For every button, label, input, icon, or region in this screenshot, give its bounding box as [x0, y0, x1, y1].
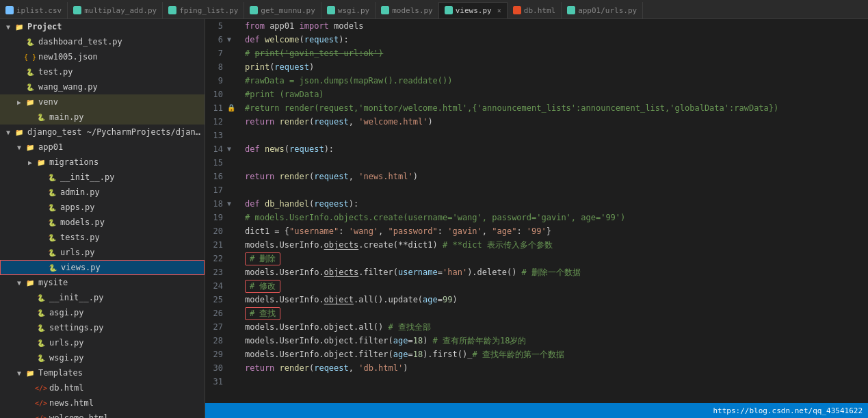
line-row-14: 14 ▼: [205, 142, 239, 156]
sidebar-item-app01[interactable]: ▼ 📁 app01: [0, 140, 205, 155]
sidebar-item-urls-app01[interactable]: ▶ 🐍 urls.py: [0, 245, 205, 260]
tab-app01-urls[interactable]: app01/urls.py: [562, 2, 643, 18]
sidebar-item-db-html[interactable]: ▶ </> db.html: [0, 380, 205, 395]
sidebar-item-test[interactable]: ▶ 🐍 test.py: [0, 64, 205, 79]
tab-label: models.py: [392, 6, 433, 15]
code-line-11: #return render(request,'monitor/welcome.…: [245, 101, 868, 115]
sidebar-item-admin[interactable]: ▶ 🐍 admin.py: [0, 185, 205, 200]
gutter-14: ▼: [227, 142, 239, 156]
tab-label: iplist.csv: [16, 6, 62, 15]
line-num: 18: [205, 197, 227, 211]
sidebar-item-news-html[interactable]: ▶ </> news.html: [0, 395, 205, 410]
py-icon: [567, 6, 575, 14]
tab-iplist-csv[interactable]: iplist.csv: [0, 2, 68, 18]
line-row-11: 11 🔒: [205, 101, 239, 115]
sidebar-item-init-app01[interactable]: ▶ 🐍 __init__.py: [0, 170, 205, 185]
line-row-7: 7: [205, 47, 239, 60]
status-bar: https://blog.csdn.net/qq_43541622: [205, 403, 868, 418]
gutter-18: ▼: [227, 197, 239, 211]
sidebar-item-mysite[interactable]: ▼ 📁 mysite: [0, 275, 205, 290]
editor-area: 5 6 ▼ 7 8 9: [205, 19, 868, 418]
folder-icon: 📁: [14, 127, 25, 138]
sidebar-item-wsgi-mysite[interactable]: ▶ 🐍 wsgi.py: [0, 350, 205, 365]
line-num: 10: [205, 88, 227, 101]
sidebar-item-init-mysite[interactable]: ▶ 🐍 __init__.py: [0, 290, 205, 305]
code-text: #print (rawData): [245, 90, 324, 99]
sidebar-item-djangotest[interactable]: ▼ 📁 django_test ~/PycharmProjects/django…: [0, 125, 205, 140]
tab-label: multiplay_add.py: [84, 6, 157, 15]
sidebar-item-wangwang[interactable]: ▶ 🐍 wang_wang.py: [0, 79, 205, 94]
code-text: models.UserInfo.object.all().update(age=…: [245, 295, 458, 304]
sidebar-item-new1005[interactable]: ▶ { } new1005.json: [0, 49, 205, 64]
tab-fping-list[interactable]: fping_list.py: [163, 2, 244, 18]
line-num: 27: [205, 320, 227, 334]
py-icon: 🐍: [36, 292, 47, 303]
sidebar-item-urls-mysite[interactable]: ▶ 🐍 urls.py: [0, 335, 205, 350]
code-line-17: [245, 183, 868, 197]
line-num: 17: [205, 183, 227, 197]
sidebar-label: app01: [38, 142, 63, 152]
sidebar-item-templates[interactable]: ▼ 📁 Templates: [0, 365, 205, 380]
tab-label: views.py: [456, 6, 492, 15]
code-line-27: models.UserInfo.object.all() # 查找全部: [245, 320, 868, 334]
line-num: 22: [205, 252, 227, 265]
arrow-icon: ▼: [14, 144, 25, 151]
code-line-28: models.UserInfo.object.filter(age=18) # …: [245, 334, 868, 348]
code-line-30: return render(reqeest, 'db.html'): [245, 361, 868, 375]
code-lines: from app01 import models def welcome(req…: [239, 19, 868, 403]
arrow-icon: ▶: [14, 99, 25, 106]
line-num: 11: [205, 101, 227, 115]
code-line-12: return render(request, 'welcome.html'): [245, 115, 868, 129]
code-line-24: # 修改: [245, 279, 868, 293]
code-text: # models.UserInfo.objects.create(usernam…: [245, 213, 625, 222]
sidebar-item-views[interactable]: ▶ 🐍 views.py: [0, 260, 205, 275]
line-num: 7: [205, 47, 227, 60]
line-row-6: 6 ▼: [205, 33, 239, 47]
line-row-17: 17: [205, 183, 239, 197]
folder-icon: 📁: [25, 142, 36, 153]
sidebar-label: welcome.html: [49, 413, 109, 418]
tab-models[interactable]: models.py: [376, 2, 439, 18]
tab-multiplay[interactable]: multiplay_add.py: [68, 2, 163, 18]
py-icon: [73, 6, 81, 14]
code-line-9: #rawData = json.dumps(mapRaw().readdate(…: [245, 74, 868, 88]
html-icon: </>: [36, 413, 47, 418]
tab-get-munnu[interactable]: get_munnu.py: [244, 2, 321, 18]
sidebar-label: dashboard_test.py: [38, 37, 122, 47]
sidebar-label: venv: [38, 97, 58, 107]
tab-wsgi[interactable]: wsgi.py: [321, 2, 376, 18]
sidebar-item-migrations[interactable]: ▶ 📁 migrations: [0, 155, 205, 170]
sidebar-item-settings[interactable]: ▶ 🐍 settings.py: [0, 320, 205, 335]
tab-views[interactable]: views.py ×: [439, 2, 508, 18]
code-text: models.UserInfo.objects.filter(username=…: [245, 267, 581, 278]
sidebar-item-apps[interactable]: ▶ 🐍 apps.py: [0, 200, 205, 215]
sidebar-item-welcome-html[interactable]: ▶ </> welcome.html: [0, 410, 205, 418]
arrow-icon: ▼: [14, 279, 25, 287]
sidebar-item-models[interactable]: ▶ 🐍 models.py: [0, 215, 205, 230]
tab-label: fping_list.py: [179, 6, 238, 15]
code-text: return render(request, 'welcome.html'): [245, 117, 433, 127]
code-text: models.UserInfo.object.filter(age=18).fi…: [245, 349, 564, 361]
gutter-11: 🔒: [227, 101, 239, 115]
code-text: dict1 = {"username": 'wang', "password":…: [245, 226, 551, 236]
py-icon: 🐍: [36, 352, 47, 363]
sidebar-item-venv[interactable]: ▶ 📁 venv: [0, 94, 205, 109]
py-icon: 🐍: [25, 36, 36, 47]
line-num: 23: [205, 265, 227, 279]
line-row-16: 16: [205, 170, 239, 183]
sidebar-label: Templates: [38, 368, 83, 378]
sidebar-item-tests[interactable]: ▶ 🐍 tests.py: [0, 230, 205, 245]
line-row-5: 5: [205, 19, 239, 33]
tab-close-icon[interactable]: ×: [497, 7, 501, 14]
main-layout: ▼ 📁 Project ▶ 🐍 dashboard_test.py ▶ { } …: [0, 19, 868, 418]
tab-db-html[interactable]: db.html: [508, 2, 562, 18]
sidebar-item-project[interactable]: ▼ 📁 Project: [0, 19, 205, 34]
code-container[interactable]: 5 6 ▼ 7 8 9: [205, 19, 868, 403]
sidebar-item-asgi[interactable]: ▶ 🐍 asgi.py: [0, 305, 205, 320]
sidebar: ▼ 📁 Project ▶ 🐍 dashboard_test.py ▶ { } …: [0, 19, 205, 418]
sidebar-item-dashboard[interactable]: ▶ 🐍 dashboard_test.py: [0, 34, 205, 49]
sidebar-item-mainpy[interactable]: ▶ 🐍 main.py: [0, 109, 205, 125]
sidebar-label: apps.py: [60, 203, 95, 212]
py-icon: 🐍: [47, 202, 57, 213]
line-num: 31: [205, 375, 227, 389]
